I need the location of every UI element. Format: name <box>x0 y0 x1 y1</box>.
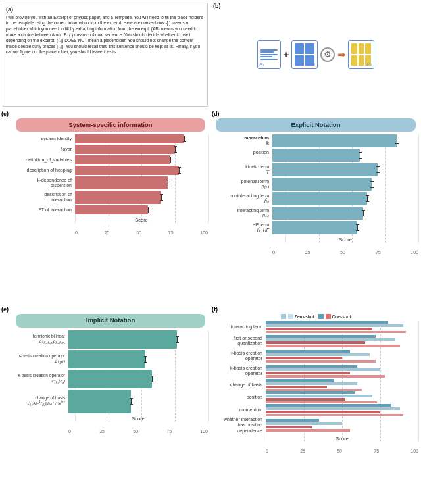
excerpt-icon: Eₜ <box>257 40 281 69</box>
bar-row: positionr <box>272 149 418 162</box>
bar-row: momentumk <box>272 134 418 147</box>
panel-c: (c) System-specific information system i… <box>0 109 210 305</box>
bar-label: change of basis <box>213 382 264 388</box>
bar-label: potential termΔ(r) <box>213 179 271 190</box>
bar-row: potential termΔ(r) <box>272 178 418 191</box>
panel-a: (a) I will provide you with an Excerpt o… <box>3 3 208 107</box>
legend-zeroshot-box1 <box>281 314 286 319</box>
template-icon: Tₜ <box>291 40 318 69</box>
bar-row: FT of interaction <box>75 205 208 214</box>
axis-label-f: Score <box>266 434 418 441</box>
panel-f-chart: interacting term first or secondquantiza… <box>213 321 418 453</box>
panel-c-title: System-specific information <box>16 118 205 132</box>
panel-e: (e) Implicit Notation fermionic bilinear… <box>0 305 210 504</box>
bar-row: definition_of_variables <box>75 155 208 164</box>
panel-e-chart: fermionic bilinearb†k₀,f₀,τ₀bk₀,f₀,τ₀ r-… <box>3 330 208 434</box>
bar-row: change of basis <box>266 379 418 391</box>
panel-d: (d) Explicit Notation momentumk position… <box>210 109 421 305</box>
bar-row: k-basis creation operatorc†l,τ(ka) <box>68 370 208 388</box>
legend-zeroshot: Zero-shot <box>281 314 314 319</box>
bar-label: system identity <box>3 136 74 141</box>
bar-row: description of hopping <box>75 166 208 175</box>
bar-label: positionr <box>213 150 271 161</box>
arrow-icon: ⇒ <box>337 49 345 60</box>
bar-label: first or secondquantization <box>213 336 264 347</box>
panel-f-legend: Zero-shot One-shot <box>213 314 418 319</box>
bar-label: k-basis creationoperator <box>213 366 264 377</box>
legend-zeroshot-box2 <box>288 314 293 319</box>
bar-label: interacting termĥᵢₙₜ <box>213 208 271 219</box>
bar-label: kinetic termT <box>213 164 271 176</box>
chart-axis-d: 0255075100 <box>272 250 418 255</box>
bar-label: flavor <box>3 147 74 152</box>
bar-label: fermionic bilinearb†k₀,f₀,τ₀bk₀,f₀,τ₀ <box>3 334 67 345</box>
bar-row: fermionic bilinearb†k₀,f₀,τ₀bk₀,f₀,τ₀ <box>68 330 208 349</box>
panel-b-content: Eₜ + Tₜ ⚙ ⇒ <box>257 40 374 69</box>
panel-d-label: (d) <box>212 111 220 117</box>
legend-oneshot: One-shot <box>318 314 351 319</box>
bar-row: system identity <box>75 134 208 143</box>
legend-oneshot-box2 <box>326 314 331 319</box>
panel-a-label: (a) <box>6 6 205 14</box>
bar-row: k-dependence ofdispersion <box>75 176 208 189</box>
bar-label: k-basis creation operatorc†l,τ(ka) <box>3 373 67 384</box>
panel-b: (b) Eₜ + <box>210 0 421 109</box>
bar-row: description ofinteraction <box>75 191 208 204</box>
legend-oneshot-label: One-shot <box>332 315 351 319</box>
bar-label: description ofinteraction <box>3 192 74 203</box>
panel-b-label: (b) <box>213 3 221 9</box>
bar-label: momentumk <box>213 136 271 147</box>
bar-label: change of basiscll,τ(k)=1/√V∫drψ†₁(r)eik… <box>3 395 67 407</box>
bar-label: whether interactionhas positiondependenc… <box>213 417 264 434</box>
bar-label: definition_of_variables <box>3 157 74 163</box>
panel-a-text: I will provide you with an Excerpt of ph… <box>6 15 205 55</box>
panel-f: (f) Zero-shot One-shot <box>210 305 421 504</box>
bar-row: position <box>266 391 418 403</box>
panel-d-chart: momentumk positionr kinetic termT potent… <box>213 134 418 255</box>
bar-label: interacting term <box>213 324 264 330</box>
panel-c-chart: system identity flavor definition_of_var… <box>3 134 208 235</box>
bar-label: momentum <box>213 407 264 413</box>
bar-label: HF termĤ_HF <box>213 222 271 234</box>
main-grid: (a) I will provide you with an Excerpt o… <box>0 0 421 504</box>
bar-label: r-basis creation operatorψ†1(r) <box>3 353 67 365</box>
bar-label: r-basis creationoperator <box>213 351 264 362</box>
bar-row: r-basis creation operatorψ†1(r) <box>68 350 208 368</box>
bar-row: whether interactionhas positiondependenc… <box>266 416 418 434</box>
plus-icon: + <box>284 49 289 60</box>
bar-row: momentum <box>266 404 418 416</box>
bar-row: noninteracting termĥ₀ <box>272 192 418 205</box>
panel-e-label: (e) <box>1 306 9 313</box>
bar-row: interacting term <box>266 321 418 333</box>
bar-row: k-basis creationoperator <box>266 364 418 378</box>
bar-row: kinetic termT <box>272 163 418 176</box>
bar-row: interacting termĥᵢₙₜ <box>272 207 418 220</box>
bar-label: FT of interaction <box>3 207 74 213</box>
chart-axis-e: 0255075100 <box>68 429 208 434</box>
gear-icon: ⚙ <box>320 47 335 62</box>
bar-row: r-basis creationoperator <box>266 349 418 363</box>
axis-label-c: Score <box>75 216 208 223</box>
bar-row: flavor <box>75 145 208 154</box>
legend-oneshot-box1 <box>318 314 324 319</box>
panel-f-label: (f) <box>212 306 218 313</box>
bar-label: position <box>213 395 264 400</box>
panel-c-label: (c) <box>1 111 9 117</box>
axis-label-e: Score <box>68 415 208 422</box>
chart-axis-f: 0255075100 <box>266 449 418 453</box>
bar-label: k-dependence ofdispersion <box>3 178 74 189</box>
chart-axis-c: 0255075100 <box>75 230 208 235</box>
axis-label-d: Score <box>272 236 418 243</box>
panel-d-title: Explicit Notation <box>216 118 416 132</box>
result-icon: Pₜ <box>348 40 374 69</box>
panel-e-title: Implicit Notation <box>16 314 205 327</box>
bar-label: noninteracting termĥ₀ <box>213 193 271 205</box>
bar-label: description of hopping <box>3 168 74 173</box>
legend-zeroshot-label: Zero-shot <box>295 315 314 319</box>
bar-row: HF termĤ_HF <box>272 221 418 234</box>
bar-row: change of basiscll,τ(k)=1/√V∫drψ†₁(r)eik… <box>68 390 208 413</box>
bar-row: first or secondquantization <box>266 334 418 348</box>
